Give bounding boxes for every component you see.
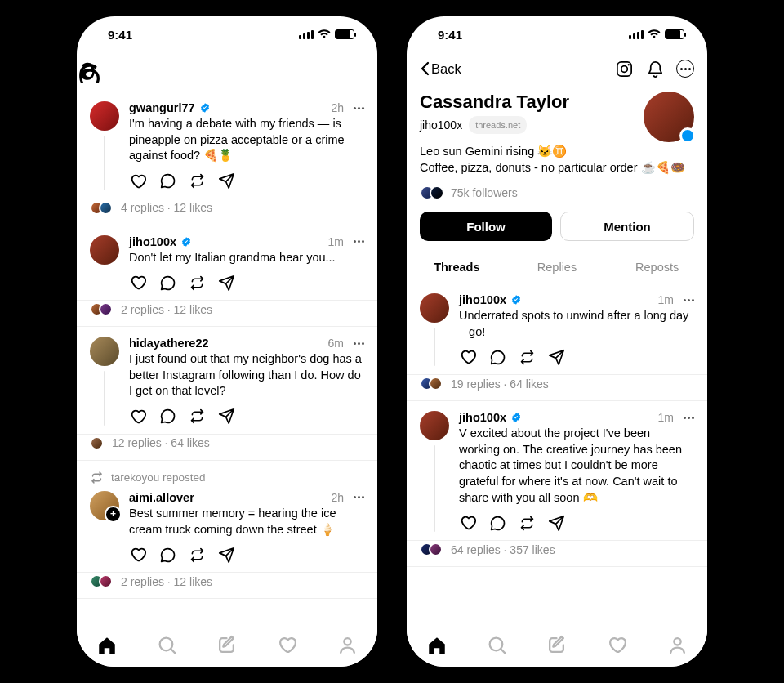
nav-search-icon[interactable] <box>156 635 177 656</box>
repost-icon[interactable] <box>188 546 206 564</box>
post-more-icon[interactable] <box>354 240 364 243</box>
nav-activity-icon[interactable] <box>277 635 298 656</box>
post-username[interactable]: hidayathere22 <box>129 337 209 350</box>
verified-icon <box>199 102 211 114</box>
feed-list[interactable]: gwangurl772hI'm having a debate with my … <box>77 92 377 623</box>
post[interactable]: aimi.allover2hBest summer memory = heari… <box>77 484 377 573</box>
avatar[interactable] <box>90 337 119 366</box>
post-more-icon[interactable] <box>354 107 364 109</box>
nav-profile-icon[interactable] <box>336 635 358 656</box>
share-icon[interactable] <box>217 172 235 190</box>
post[interactable]: jiho100x1mV excited about the project I'… <box>407 401 707 541</box>
threads-logo[interactable] <box>77 52 377 92</box>
repost-icon <box>90 471 104 484</box>
share-icon[interactable] <box>217 408 235 426</box>
share-icon[interactable] <box>547 348 565 366</box>
repost-icon[interactable] <box>188 408 206 426</box>
share-icon[interactable] <box>217 546 235 564</box>
post-more-icon[interactable] <box>354 496 364 498</box>
post-username[interactable]: aimi.allover <box>129 491 194 504</box>
repost-icon[interactable] <box>518 348 536 366</box>
post-time: 2h <box>331 101 344 114</box>
repost-icon[interactable] <box>188 172 206 190</box>
comment-icon[interactable] <box>158 546 176 564</box>
bottom-nav <box>407 623 707 667</box>
tab-threads[interactable]: Threads <box>407 251 507 283</box>
nav-profile-icon[interactable] <box>666 635 688 656</box>
like-icon[interactable] <box>459 514 477 532</box>
avatar[interactable] <box>90 235 119 265</box>
thread-line <box>104 136 105 190</box>
profile-feed[interactable]: jiho100x1mUnderrated spots to unwind aft… <box>407 283 707 623</box>
back-button[interactable]: Back <box>420 61 461 77</box>
post-time: 1m <box>658 293 674 306</box>
profile-avatar[interactable] <box>644 92 694 142</box>
follow-button[interactable]: Follow <box>420 212 552 241</box>
wifi-icon <box>648 29 661 39</box>
nav-home-icon[interactable] <box>96 635 118 656</box>
nav-activity-icon[interactable] <box>607 635 628 656</box>
post-username[interactable]: gwangurl77 <box>129 101 195 114</box>
nav-search-icon[interactable] <box>486 635 507 656</box>
like-icon[interactable] <box>129 408 147 426</box>
like-icon[interactable] <box>129 172 147 190</box>
post[interactable]: jiho100x1mUnderrated spots to unwind aft… <box>407 283 707 375</box>
comment-icon[interactable] <box>158 408 176 426</box>
follower-avatars <box>420 185 444 200</box>
status-bar: 9:41 <box>77 16 377 52</box>
nav-compose-icon[interactable] <box>216 635 238 656</box>
post[interactable]: hidayathere226mI just found out that my … <box>77 327 377 435</box>
tab-reposts[interactable]: Reposts <box>607 251 707 283</box>
post-time: 6m <box>328 337 344 350</box>
avatar[interactable] <box>420 293 449 323</box>
wifi-icon <box>318 29 331 39</box>
profile-handle: jiho100x <box>420 118 462 132</box>
post-stats[interactable]: 64 replies · 357 likes <box>407 541 707 567</box>
post-username[interactable]: jiho100x <box>459 411 506 424</box>
post[interactable]: jiho100x1mDon't let my Italian grandma h… <box>77 225 377 301</box>
nav-compose-icon[interactable] <box>546 635 568 656</box>
post-stats[interactable]: 12 replies · 64 likes <box>77 435 377 461</box>
instagram-icon[interactable] <box>614 59 634 78</box>
tab-replies[interactable]: Replies <box>507 251 608 283</box>
post-time: 1m <box>328 235 344 248</box>
followers-row[interactable]: 75k followers <box>420 185 694 200</box>
post-more-icon[interactable] <box>684 417 694 419</box>
post-stats[interactable]: 19 replies · 64 likes <box>407 375 707 401</box>
repost-icon[interactable] <box>518 514 536 532</box>
like-icon[interactable] <box>129 274 147 292</box>
comment-icon[interactable] <box>488 514 506 532</box>
post[interactable]: gwangurl772hI'm having a debate with my … <box>77 92 377 199</box>
phone-profile: 9:41 Back Cassandra Taylor jiho100x <box>407 16 707 667</box>
share-icon[interactable] <box>547 514 565 532</box>
avatar[interactable] <box>90 101 119 131</box>
post-more-icon[interactable] <box>684 299 694 301</box>
post-stats[interactable]: 2 replies · 12 likes <box>77 301 377 327</box>
domain-badge[interactable]: threads.net <box>469 116 527 134</box>
nav-home-icon[interactable] <box>426 635 448 656</box>
avatar[interactable] <box>90 491 119 520</box>
post-text: I'm having a debate with my friends — is… <box>129 116 364 164</box>
like-icon[interactable] <box>129 546 147 564</box>
comment-icon[interactable] <box>158 172 176 190</box>
post-username[interactable]: jiho100x <box>129 235 176 248</box>
mention-button[interactable]: Mention <box>560 212 694 241</box>
post-time: 2h <box>331 491 344 504</box>
reply-avatars <box>90 436 104 450</box>
repost-icon[interactable] <box>188 274 206 292</box>
avatar[interactable] <box>420 411 449 440</box>
post-time: 1m <box>658 411 674 424</box>
post-username[interactable]: jiho100x <box>459 293 506 306</box>
like-icon[interactable] <box>459 348 477 366</box>
notifications-icon[interactable] <box>645 59 665 78</box>
post-stats[interactable]: 2 replies · 12 likes <box>77 573 377 599</box>
more-options-icon[interactable] <box>676 60 694 78</box>
post-text: Don't let my Italian grandma hear you... <box>129 250 364 266</box>
followers-count: 75k followers <box>451 186 518 199</box>
post-more-icon[interactable] <box>354 342 364 345</box>
comment-icon[interactable] <box>158 274 176 292</box>
profile-tabs: Threads Replies Reposts <box>407 251 707 283</box>
share-icon[interactable] <box>217 274 235 292</box>
post-stats[interactable]: 4 replies · 12 likes <box>77 199 377 225</box>
comment-icon[interactable] <box>488 348 506 366</box>
